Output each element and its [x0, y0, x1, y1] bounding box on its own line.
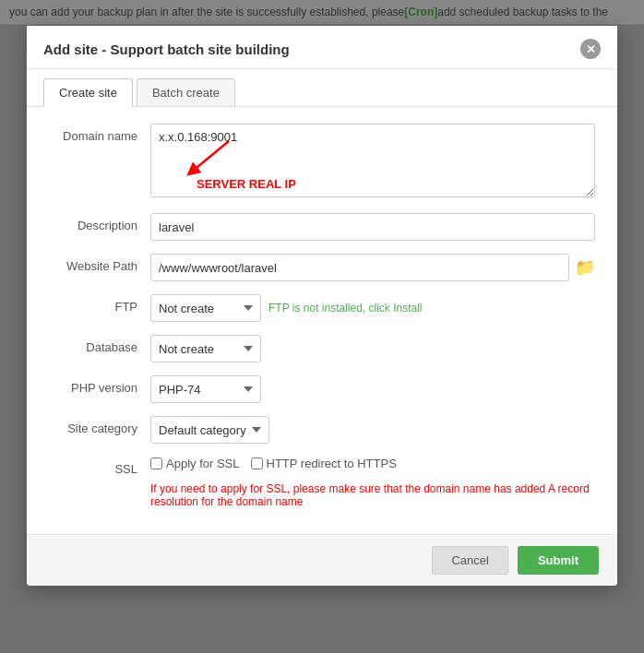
database-label: Database	[49, 335, 150, 354]
domain-name-row: Domain name SERVER REAL IP	[49, 124, 595, 200]
ssl-control: Apply for SSL HTTP redirect to HTTPS If …	[150, 457, 595, 508]
svg-line-1	[192, 141, 229, 172]
php-version-label: PHP version	[49, 375, 150, 395]
php-version-control: PHP-74 PHP-73 PHP-72 PHP-70 PHP-56	[150, 375, 595, 403]
domain-name-control: SERVER REAL IP	[150, 124, 595, 200]
modal-header: Add site - Support batch site building ✕	[27, 26, 617, 69]
ftp-control: Not create Create FTP is not installed, …	[150, 294, 595, 322]
tab-create-site[interactable]: Create site	[43, 78, 133, 107]
website-path-input[interactable]	[150, 254, 569, 281]
ssl-redirect-text: HTTP redirect to HTTPS	[267, 457, 397, 470]
folder-icon[interactable]: 📁	[575, 257, 595, 278]
modal: Add site - Support batch site building ✕…	[27, 26, 617, 586]
domain-name-label: Domain name	[49, 124, 150, 143]
website-path-label: Website Path	[49, 254, 150, 273]
submit-button[interactable]: Submit	[518, 546, 599, 575]
description-row: Description	[49, 213, 595, 241]
site-category-row: Site category Default category	[49, 416, 595, 444]
modal-footer: Cancel Submit	[27, 534, 617, 586]
ftp-label: FTP	[49, 294, 150, 314]
close-button[interactable]: ✕	[580, 39, 601, 59]
site-category-select[interactable]: Default category	[150, 416, 269, 444]
ssl-apply-text: Apply for SSL	[166, 457, 240, 470]
website-path-row: Website Path 📁	[49, 254, 595, 281]
arrow-icon	[178, 137, 233, 183]
description-input[interactable]	[150, 213, 595, 241]
php-version-row: PHP version PHP-74 PHP-73 PHP-72 PHP-70 …	[49, 375, 595, 403]
php-version-select[interactable]: PHP-74 PHP-73 PHP-72 PHP-70 PHP-56	[150, 375, 261, 403]
site-category-label: Site category	[49, 416, 150, 435]
ssl-apply-label[interactable]: Apply for SSL	[150, 457, 240, 470]
site-category-control: Default category	[150, 416, 595, 444]
ssl-redirect-checkbox[interactable]	[251, 457, 263, 469]
ssl-label: SSL	[49, 457, 150, 476]
modal-title: Add site - Support batch site building	[43, 42, 290, 57]
tab-batch-create[interactable]: Batch create	[137, 78, 235, 106]
ssl-apply-checkbox[interactable]	[150, 457, 162, 469]
server-ip-label: SERVER REAL IP	[197, 177, 296, 191]
modal-body: Domain name SERVER REAL IP	[27, 107, 617, 534]
domain-wrap: SERVER REAL IP	[150, 124, 595, 200]
ftp-row: FTP Not create Create FTP is not install…	[49, 294, 595, 322]
ssl-warning: If you need to apply for SSL, please mak…	[150, 482, 595, 508]
database-row: Database Not create Create	[49, 335, 595, 362]
cancel-button[interactable]: Cancel	[432, 546, 507, 575]
ftp-install-text[interactable]: FTP is not installed, click Install	[268, 302, 423, 315]
database-select[interactable]: Not create Create	[150, 335, 261, 362]
description-control	[150, 213, 595, 241]
website-path-control: 📁	[150, 254, 595, 281]
ftp-select[interactable]: Not create Create	[150, 294, 261, 322]
ssl-row-outer: SSL Apply for SSL HTTP redirect to HTTPS…	[49, 457, 595, 508]
database-control: Not create Create	[150, 335, 595, 362]
modal-overlay: Add site - Support batch site building ✕…	[0, 0, 644, 653]
ssl-checkboxes: Apply for SSL HTTP redirect to HTTPS	[150, 457, 397, 470]
description-label: Description	[49, 213, 150, 232]
tabs: Create site Batch create	[27, 69, 617, 107]
ssl-redirect-label[interactable]: HTTP redirect to HTTPS	[251, 457, 397, 470]
